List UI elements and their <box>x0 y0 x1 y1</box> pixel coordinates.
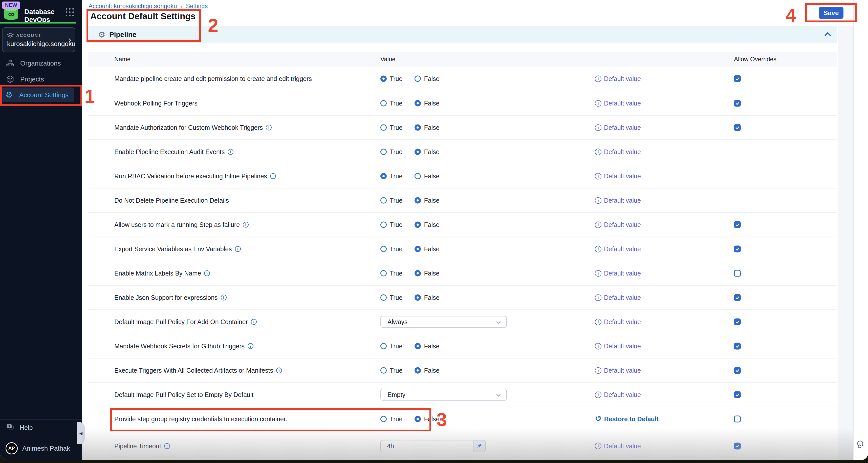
default-value-link[interactable]: iDefault value <box>595 124 641 131</box>
cube-icon <box>6 74 15 84</box>
info-icon[interactable]: i <box>266 125 272 130</box>
info-icon[interactable]: i <box>243 222 249 228</box>
save-button[interactable]: Save <box>819 7 843 19</box>
allow-overrides-checkbox[interactable] <box>734 416 741 423</box>
allow-overrides-checkbox[interactable] <box>734 442 741 449</box>
radio-true[interactable] <box>380 222 387 228</box>
allow-overrides-checkbox[interactable] <box>734 100 741 107</box>
radio-false[interactable] <box>414 416 421 422</box>
support-chat-icon[interactable] <box>857 440 866 450</box>
allow-overrides-checkbox[interactable] <box>734 343 741 350</box>
radio-false[interactable] <box>414 197 421 204</box>
radio-true[interactable] <box>380 100 387 106</box>
info-icon: i <box>595 367 601 374</box>
chevron-up-icon[interactable] <box>823 29 833 39</box>
radio-false[interactable] <box>414 295 421 301</box>
restore-to-default-link[interactable]: ↺Restore to Default <box>595 415 659 423</box>
default-value-link[interactable]: iDefault value <box>595 391 641 399</box>
table-row: Enable Matrix Labels By NameiTrueFalseiD… <box>88 261 837 285</box>
default-value-link[interactable]: iDefault value <box>595 148 641 156</box>
info-icon[interactable]: i <box>235 246 241 252</box>
default-value-label: Default value <box>604 294 641 301</box>
value-dropdown[interactable]: Empty <box>380 389 507 401</box>
allow-overrides-checkbox[interactable] <box>734 318 741 326</box>
timeout-input[interactable] <box>380 440 473 452</box>
user-menu[interactable]: AP Animesh Pathak <box>6 442 70 454</box>
radio-false[interactable] <box>414 343 421 349</box>
radio-true[interactable] <box>380 416 387 422</box>
allow-overrides-checkbox[interactable] <box>734 221 741 228</box>
default-value-link[interactable]: iDefault value <box>595 245 641 253</box>
radio-false[interactable] <box>414 367 421 374</box>
allow-overrides-checkbox[interactable] <box>734 124 741 131</box>
radio-false[interactable] <box>414 246 421 252</box>
allow-overrides-checkbox[interactable] <box>734 367 741 374</box>
radio-false[interactable] <box>414 270 421 277</box>
setting-name: Mandate Webhook Secrets for Github Trigg… <box>114 343 253 350</box>
allow-overrides-checkbox[interactable] <box>734 294 741 301</box>
radio-false[interactable] <box>414 75 421 82</box>
default-value-link[interactable]: iDefault value <box>595 367 641 374</box>
default-value-link[interactable]: iDefault value <box>595 75 641 83</box>
radio-true[interactable] <box>380 197 387 204</box>
chevron-right-icon: › <box>68 35 71 44</box>
radio-false[interactable] <box>414 124 421 131</box>
default-value-link[interactable]: iDefault value <box>595 270 641 277</box>
info-icon: i <box>595 392 601 398</box>
radio-false[interactable] <box>414 173 421 179</box>
sidebar-collapse-handle[interactable]: ◀ <box>77 422 85 444</box>
breadcrumb-settings-link[interactable]: Settings <box>186 3 208 10</box>
info-icon[interactable]: i <box>204 271 210 276</box>
radio-false[interactable] <box>414 222 421 228</box>
scrollbar-track[interactable] <box>838 26 853 460</box>
info-icon[interactable]: i <box>221 295 227 301</box>
sidebar-item-account-settings[interactable]: ⚙ Account Settings <box>1 88 74 102</box>
info-icon[interactable]: i <box>251 319 257 325</box>
radio-true[interactable] <box>380 343 387 349</box>
help-button[interactable]: ? Help <box>6 423 33 432</box>
info-icon[interactable]: i <box>248 343 253 349</box>
allow-overrides-checkbox[interactable] <box>734 246 741 252</box>
info-icon[interactable]: i <box>228 149 234 155</box>
info-icon[interactable]: i <box>270 173 276 179</box>
allow-overrides-checkbox[interactable] <box>734 270 741 277</box>
radio-true[interactable] <box>380 295 387 301</box>
default-value-link[interactable]: iDefault value <box>595 343 641 350</box>
radio-true-label: True <box>390 221 402 228</box>
default-value-link[interactable]: iDefault value <box>595 173 641 180</box>
default-value-link[interactable]: iDefault value <box>595 294 641 301</box>
default-value-link[interactable]: iDefault value <box>595 221 641 228</box>
info-icon[interactable]: i <box>164 443 170 449</box>
default-value-link[interactable]: iDefault value <box>595 197 641 204</box>
breadcrumb-account-link[interactable]: Account: kurosakiichigo.songoku <box>89 3 177 10</box>
radio-false[interactable] <box>414 100 421 106</box>
default-value-link[interactable]: iDefault value <box>595 100 641 107</box>
sidebar-item-organizations[interactable]: Organizations <box>2 56 75 70</box>
value-dropdown[interactable]: Always <box>380 316 507 328</box>
radio-false[interactable] <box>414 149 421 155</box>
app-grid-icon[interactable] <box>66 8 74 17</box>
radio-true[interactable] <box>380 246 387 252</box>
radio-false-label: False <box>424 294 439 301</box>
sidebar-item-projects[interactable]: Projects <box>2 72 75 86</box>
radio-true[interactable] <box>380 367 387 374</box>
radio-true[interactable] <box>380 270 387 277</box>
default-value-link[interactable]: iDefault value <box>595 442 641 450</box>
info-icon[interactable]: i <box>276 368 282 373</box>
allow-overrides-checkbox[interactable] <box>734 75 741 82</box>
radio-true[interactable] <box>380 124 387 131</box>
default-value-label: Default value <box>604 391 641 399</box>
table-row: Run RBAC Validation before executing Inl… <box>88 164 837 188</box>
allow-overrides-checkbox[interactable] <box>734 392 741 398</box>
radio-true[interactable] <box>380 75 387 82</box>
default-value-label: Default value <box>604 343 641 350</box>
radio-false-label: False <box>424 75 439 83</box>
pin-button[interactable] <box>473 440 486 452</box>
radio-true[interactable] <box>380 149 387 155</box>
radio-true[interactable] <box>380 173 387 179</box>
svg-text:?: ? <box>8 425 10 428</box>
info-icon: i <box>595 75 601 82</box>
account-selector[interactable]: ACCOUNT kurosakiichigo.songoku › <box>2 27 75 52</box>
pipeline-section-header[interactable]: ⚙ Pipeline <box>88 26 837 43</box>
default-value-link[interactable]: iDefault value <box>595 318 641 326</box>
